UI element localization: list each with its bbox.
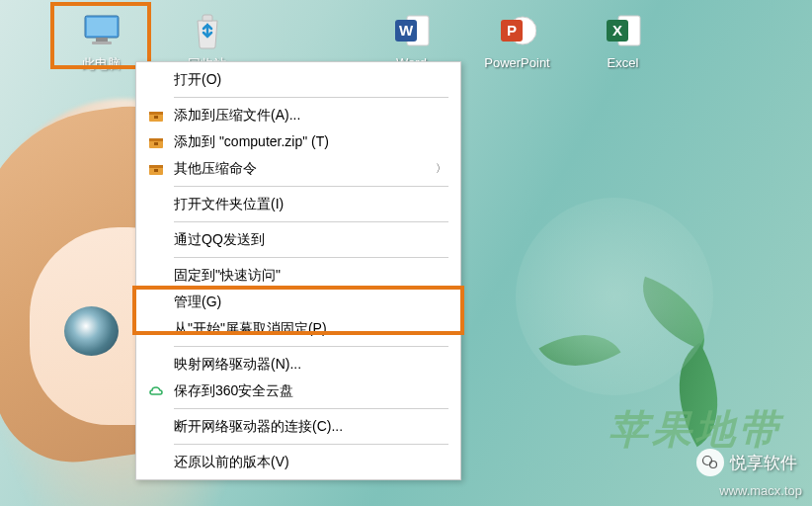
- menu-separator: [174, 221, 448, 222]
- svg-rect-17: [149, 138, 163, 141]
- menu-item-label: 其他压缩命令: [174, 160, 436, 178]
- archive-icon: [146, 132, 166, 152]
- menu-separator: [174, 346, 448, 347]
- menu-item-open-location[interactable]: 打开文件夹位置(I): [138, 191, 458, 217]
- svg-rect-18: [154, 142, 158, 145]
- submenu-arrow-icon: 〉: [436, 161, 447, 176]
- menu-item-label: 添加到压缩文件(A)...: [174, 107, 447, 125]
- annotation-highlight-this-pc: [50, 2, 151, 69]
- excel-icon: X: [603, 10, 644, 51]
- svg-rect-14: [149, 112, 163, 115]
- annotation-highlight-manage: [132, 286, 464, 335]
- svg-point-23: [710, 462, 717, 468]
- icon-label: PowerPoint: [484, 55, 549, 70]
- menu-item-label: 断开网络驱动器的连接(C)...: [174, 418, 447, 436]
- cloud-360-icon: [146, 381, 166, 401]
- menu-item-pin-quick-access[interactable]: 固定到"快速访问": [138, 262, 458, 289]
- svg-text:X: X: [611, 22, 621, 39]
- menu-item-label: 添加到 "computer.zip" (T): [174, 133, 447, 151]
- menu-separator: [174, 444, 448, 445]
- menu-item-label: 打开(O): [174, 71, 447, 89]
- menu-item-other-compress[interactable]: 其他压缩命令 〉: [138, 155, 458, 182]
- menu-item-add-to-zip[interactable]: 添加到 "computer.zip" (T): [138, 128, 458, 155]
- menu-item-disconnect-network[interactable]: 断开网络驱动器的连接(C)...: [138, 413, 458, 440]
- menu-item-label: 映射网络驱动器(N)...: [174, 356, 447, 374]
- menu-separator: [174, 408, 448, 409]
- svg-text:P: P: [506, 22, 516, 39]
- context-menu: 打开(O) 添加到压缩文件(A)... 添加到 "computer.zip" (…: [135, 61, 461, 480]
- menu-item-label: 保存到360安全云盘: [174, 382, 447, 400]
- menu-item-open[interactable]: 打开(O): [138, 66, 458, 93]
- menu-item-label: 固定到"快速访问": [174, 267, 447, 285]
- menu-separator: [174, 97, 448, 98]
- word-icon: W: [391, 10, 433, 51]
- svg-rect-20: [149, 165, 163, 168]
- menu-item-label: 通过QQ发送到: [174, 231, 447, 249]
- menu-separator: [174, 186, 448, 187]
- powerpoint-icon: P: [497, 10, 538, 51]
- recycle-bin-icon: [187, 10, 228, 51]
- svg-text:W: W: [398, 22, 413, 39]
- desktop-icon-excel[interactable]: X Excel: [581, 10, 665, 73]
- archive-icon: [146, 106, 166, 126]
- watermark-brand-text: 悦享软件: [730, 452, 797, 474]
- menu-separator: [174, 257, 448, 258]
- menu-item-label: 打开文件夹位置(I): [174, 196, 447, 213]
- menu-item-qq-send[interactable]: 通过QQ发送到: [138, 226, 458, 253]
- watermark-logo: 悦享软件: [696, 449, 797, 476]
- desktop-icon-powerpoint[interactable]: P PowerPoint: [475, 10, 559, 73]
- wechat-icon: [696, 449, 724, 476]
- menu-item-label: 还原以前的版本(V): [174, 454, 447, 471]
- svg-rect-15: [154, 116, 158, 119]
- archive-icon: [146, 159, 166, 179]
- menu-item-restore-versions[interactable]: 还原以前的版本(V): [138, 449, 458, 475]
- svg-rect-21: [154, 169, 158, 172]
- watermark-url: www.macx.top: [719, 483, 802, 498]
- menu-item-add-archive[interactable]: 添加到压缩文件(A)...: [138, 102, 458, 128]
- icon-label: Excel: [608, 55, 639, 70]
- menu-item-save-360[interactable]: 保存到360安全云盘: [138, 378, 458, 404]
- menu-item-map-network[interactable]: 映射网络驱动器(N)...: [138, 351, 458, 378]
